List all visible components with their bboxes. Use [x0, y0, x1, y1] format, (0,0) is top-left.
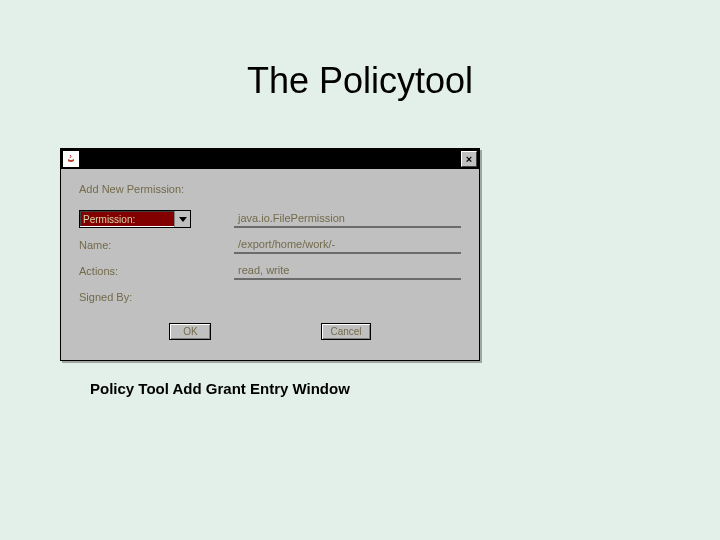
- signedby-value[interactable]: [234, 288, 461, 306]
- ok-button[interactable]: OK: [169, 323, 211, 340]
- actions-label: Actions:: [79, 265, 234, 277]
- window-body: Add New Permission: Permission: java.io.…: [61, 169, 479, 360]
- permission-select[interactable]: Permission:: [79, 210, 191, 228]
- permission-row: Permission: java.io.FilePermission: [79, 209, 461, 229]
- name-value[interactable]: /export/home/work/-: [234, 236, 461, 254]
- titlebar: ×: [61, 149, 479, 169]
- dialog-heading: Add New Permission:: [79, 183, 461, 195]
- button-row: OK Cancel: [79, 313, 461, 352]
- policy-window: × Add New Permission: Permission: java.i…: [60, 148, 480, 361]
- signedby-row: Signed By:: [79, 287, 461, 307]
- figure-caption: Policy Tool Add Grant Entry Window: [90, 380, 350, 397]
- actions-row: Actions: read, write: [79, 261, 461, 281]
- java-cup-icon: [63, 151, 79, 167]
- actions-value[interactable]: read, write: [234, 262, 461, 280]
- signedby-label: Signed By:: [79, 291, 234, 303]
- name-row: Name: /export/home/work/-: [79, 235, 461, 255]
- permission-value[interactable]: java.io.FilePermission: [234, 210, 461, 228]
- slide-title: The Policytool: [0, 60, 720, 102]
- name-label: Name:: [79, 239, 234, 251]
- close-button[interactable]: ×: [461, 151, 477, 167]
- cancel-button[interactable]: Cancel: [321, 323, 370, 340]
- permission-select-label: Permission:: [83, 214, 135, 225]
- chevron-down-icon[interactable]: [174, 211, 190, 227]
